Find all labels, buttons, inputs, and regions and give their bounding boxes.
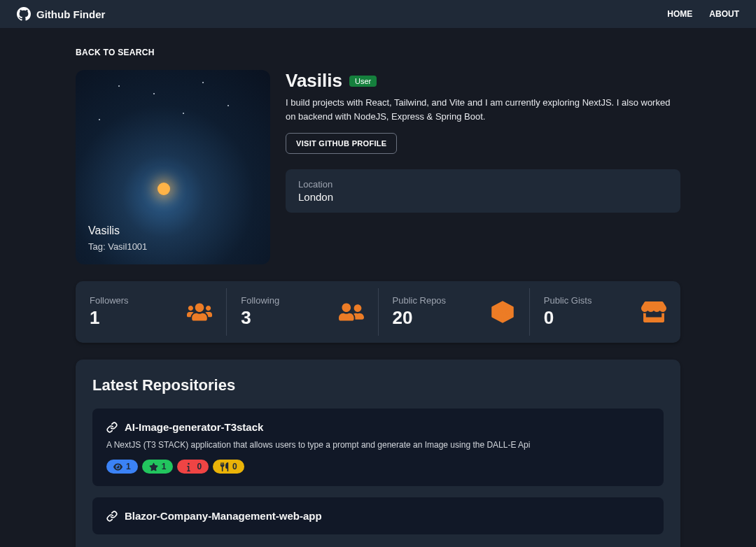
avatar-name: Vasilis <box>88 225 147 237</box>
repos-title: Latest Repositories <box>92 376 664 395</box>
repos-label: Public Repos <box>393 295 447 306</box>
repo-description: A NextJS (T3 STACK) application that all… <box>106 440 650 450</box>
info-icon <box>184 462 193 471</box>
store-icon <box>641 299 666 325</box>
location-card: Location London <box>286 169 680 213</box>
nav-about[interactable]: ABOUT <box>709 9 739 19</box>
nav-links: HOME ABOUT <box>667 9 739 19</box>
repo-name: AI-Image-generator-T3stack <box>125 421 263 433</box>
gists-label: Public Gists <box>544 295 592 306</box>
repos-card: Latest Repositories AI-Image-generator-T… <box>76 360 680 547</box>
following-value: 3 <box>241 307 279 329</box>
profile-bio: I build projects with React, Tailwind, a… <box>286 96 680 123</box>
visit-github-button[interactable]: VISIT GITHUB PROFILE <box>286 133 397 154</box>
github-icon <box>17 7 31 21</box>
link-icon <box>106 422 118 433</box>
forks-badge: 0 <box>213 460 244 474</box>
gists-value: 0 <box>544 307 592 329</box>
repo-item[interactable]: Blazor-Company-Management-web-app <box>92 497 664 534</box>
issues-badge: 0 <box>177 460 209 474</box>
users-icon <box>187 299 212 325</box>
eye-icon <box>113 462 122 471</box>
location-value: London <box>298 191 668 203</box>
brand[interactable]: Github Finder <box>17 7 105 21</box>
repo-item[interactable]: AI-Image-generator-T3stack A NextJS (T3 … <box>92 409 664 486</box>
stars-badge: 1 <box>142 460 174 474</box>
followers-label: Followers <box>90 295 129 306</box>
stat-repos: Public Repos 20 <box>379 288 530 336</box>
stat-gists: Public Gists 0 <box>530 288 680 336</box>
watchers-badge: 1 <box>106 460 138 474</box>
avatar-tag: Tag: Vasil1001 <box>88 241 147 252</box>
stat-followers: Followers 1 <box>76 288 227 336</box>
following-label: Following <box>241 295 279 306</box>
user-friends-icon <box>339 299 364 325</box>
utensils-icon <box>220 462 229 471</box>
link-icon <box>106 511 118 522</box>
brand-label: Github Finder <box>36 8 105 20</box>
avatar-card: Vasilis Tag: Vasil1001 <box>76 70 270 264</box>
profile-name: Vasilis <box>286 70 342 92</box>
stat-following: Following 3 <box>227 288 378 336</box>
codepen-icon <box>490 299 515 325</box>
nav-home[interactable]: HOME <box>667 9 692 19</box>
navbar: Github Finder HOME ABOUT <box>0 0 756 28</box>
stats-card: Followers 1 Following 3 Public Repos 20 … <box>76 281 680 343</box>
back-to-search-button[interactable]: BACK TO SEARCH <box>76 48 155 57</box>
repos-value: 20 <box>393 307 447 329</box>
user-type-badge: User <box>349 76 377 87</box>
location-label: Location <box>298 179 668 190</box>
followers-value: 1 <box>90 307 129 329</box>
repo-name: Blazor-Company-Management-web-app <box>125 510 322 522</box>
star-icon <box>149 462 158 471</box>
